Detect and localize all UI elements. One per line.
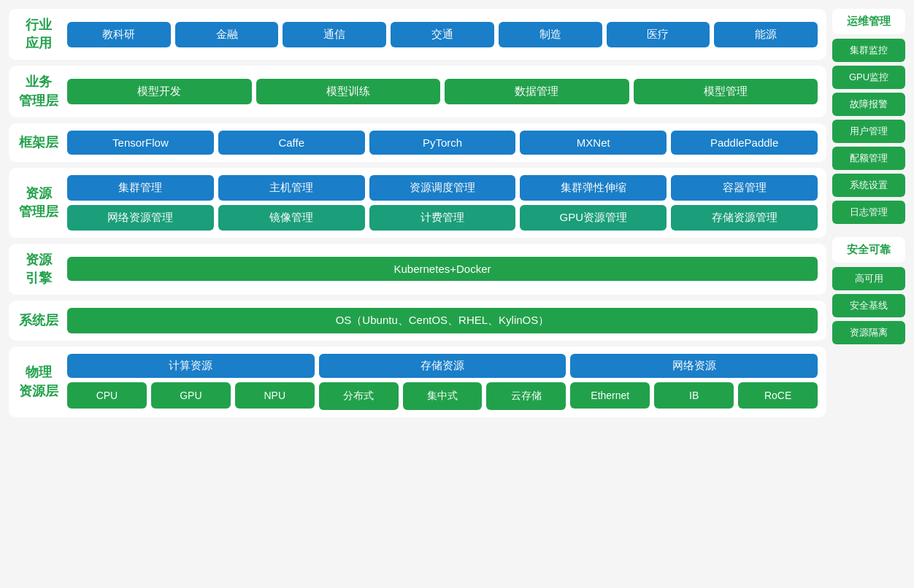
security-items-container: 高可用安全基线资源隔离	[832, 267, 905, 344]
resource-mgmt-row2: 网络资源管理镜像管理计费管理GPU资源管理存储资源管理	[67, 205, 818, 231]
physical-label: 物理 资源层	[18, 354, 60, 410]
industry-chip: 能源	[714, 22, 818, 47]
resource-engine-row: 资源 引擎 Kubernetes+Docker	[9, 244, 826, 295]
ops-title: 运维管理	[832, 9, 905, 34]
ops-items-container: 集群监控GPU监控故障报警用户管理配额管理系统设置日志管理	[832, 39, 905, 224]
resource-mgmt-row1: 集群管理主机管理资源调度管理集群弹性伸缩容器管理	[67, 175, 818, 201]
physical-content: 计算资源 CPUGPUNPU 存储资源 分布式集中式云存储 网络资源 Ether…	[67, 354, 818, 410]
framework-content: TensorFlowCaffePyTorchMXNetPaddlePaddle	[67, 131, 818, 155]
security-item: 资源隔离	[832, 321, 905, 344]
storage-sub-chip: 云存储	[486, 382, 566, 410]
ops-item: 系统设置	[832, 174, 905, 197]
business-chip: 模型开发	[67, 79, 252, 104]
resource-mgmt-chip2: 存储资源管理	[671, 205, 818, 231]
framework-chip: MXNet	[520, 131, 667, 155]
framework-row: 框架层 TensorFlowCaffePyTorchMXNetPaddlePad…	[9, 123, 826, 162]
main-area: 行业 应用 教科研金融通信交通制造医疗能源 业务 管理层 模型开发模型训练数据管…	[9, 9, 826, 417]
framework-chip: PaddlePaddle	[671, 131, 818, 155]
compute-header: 计算资源	[67, 354, 315, 378]
network-header: 网络资源	[570, 354, 818, 378]
framework-chip: TensorFlow	[67, 131, 214, 155]
security-title: 安全可靠	[832, 237, 905, 263]
ops-item: GPU监控	[832, 66, 905, 89]
compute-sub-chip: CPU	[67, 382, 147, 409]
resource-mgmt-content: 集群管理主机管理资源调度管理集群弹性伸缩容器管理 网络资源管理镜像管理计费管理G…	[67, 175, 818, 231]
network-sub-chip: RoCE	[738, 382, 818, 409]
business-chip: 模型管理	[634, 79, 818, 104]
physical-row: 物理 资源层 计算资源 CPUGPUNPU 存储资源 分布式集中式云存储 网络资…	[9, 347, 826, 417]
business-chip: 模型训练	[256, 79, 441, 104]
os-chip: OS（Ubuntu、CentOS、RHEL、KylinOS）	[67, 308, 818, 333]
resource-mgmt-chip2: GPU资源管理	[520, 205, 667, 231]
security-item: 高可用	[832, 267, 905, 290]
resource-mgmt-chip: 主机管理	[218, 175, 365, 201]
business-label: 业务 管理层	[18, 73, 60, 109]
storage-sub-chip: 分布式	[319, 382, 399, 410]
resource-engine-chips: Kubernetes+Docker	[67, 257, 818, 281]
ops-item: 集群监控	[832, 39, 905, 62]
ops-item: 用户管理	[832, 120, 905, 143]
industry-row: 行业 应用 教科研金融通信交通制造医疗能源	[9, 9, 826, 60]
ops-item: 配额管理	[832, 147, 905, 170]
industry-chip: 医疗	[607, 22, 710, 47]
industry-chip: 金融	[175, 22, 279, 47]
right-divider	[832, 228, 905, 233]
security-item: 安全基线	[832, 294, 905, 317]
resource-engine-label: 资源 引擎	[18, 251, 60, 287]
compute-group: 计算资源 CPUGPUNPU	[67, 354, 315, 410]
framework-chip: Caffe	[218, 131, 365, 155]
business-chip: 数据管理	[445, 79, 629, 104]
system-label: 系统层	[18, 308, 60, 333]
resource-mgmt-chip: 容器管理	[671, 175, 818, 201]
system-row: 系统层 OS（Ubuntu、CentOS、RHEL、KylinOS）	[9, 301, 826, 341]
system-content: OS（Ubuntu、CentOS、RHEL、KylinOS）	[67, 308, 818, 333]
compute-sub-row: CPUGPUNPU	[67, 382, 315, 409]
framework-chips: TensorFlowCaffePyTorchMXNetPaddlePaddle	[67, 131, 818, 155]
industry-chip: 交通	[391, 22, 494, 47]
resource-mgmt-chip: 集群管理	[67, 175, 214, 201]
compute-sub-chip: NPU	[235, 382, 315, 409]
resource-mgmt-chip2: 镜像管理	[218, 205, 365, 231]
resource-mgmt-row: 资源 管理层 集群管理主机管理资源调度管理集群弹性伸缩容器管理 网络资源管理镜像…	[9, 168, 826, 238]
business-content: 模型开发模型训练数据管理模型管理	[67, 73, 818, 109]
business-chips: 模型开发模型训练数据管理模型管理	[67, 79, 818, 104]
framework-chip: PyTorch	[369, 131, 516, 155]
resource-engine-content: Kubernetes+Docker	[67, 251, 818, 287]
resource-mgmt-chip: 资源调度管理	[369, 175, 516, 201]
compute-sub-chip: GPU	[151, 382, 231, 409]
industry-content: 教科研金融通信交通制造医疗能源	[67, 16, 818, 53]
storage-header: 存储资源	[319, 354, 567, 378]
network-group: 网络资源 EthernetIBRoCE	[570, 354, 818, 410]
resource-mgmt-chip2: 计费管理	[369, 205, 516, 231]
system-chips: OS（Ubuntu、CentOS、RHEL、KylinOS）	[67, 308, 818, 333]
framework-label: 框架层	[18, 131, 60, 155]
resource-mgmt-chip: 集群弹性伸缩	[520, 175, 667, 201]
storage-sub-chip: 集中式	[403, 382, 483, 410]
industry-label: 行业 应用	[18, 16, 60, 53]
ops-item: 故障报警	[832, 93, 905, 116]
right-panel: 运维管理 集群监控GPU监控故障报警用户管理配额管理系统设置日志管理 安全可靠 …	[832, 9, 905, 417]
resource-mgmt-label: 资源 管理层	[18, 175, 60, 231]
resource-mgmt-chip2: 网络资源管理	[67, 205, 214, 231]
kubernetes-chip: Kubernetes+Docker	[67, 257, 818, 281]
industry-chip: 通信	[283, 22, 386, 47]
business-row: 业务 管理层 模型开发模型训练数据管理模型管理	[9, 66, 826, 117]
ops-item: 日志管理	[832, 201, 905, 224]
storage-group: 存储资源 分布式集中式云存储	[319, 354, 567, 410]
storage-sub-row: 分布式集中式云存储	[319, 382, 567, 410]
main-layout: 行业 应用 教科研金融通信交通制造医疗能源 业务 管理层 模型开发模型训练数据管…	[9, 9, 905, 417]
industry-chip: 制造	[499, 22, 602, 47]
network-sub-row: EthernetIBRoCE	[570, 382, 818, 409]
industry-chips: 教科研金融通信交通制造医疗能源	[67, 22, 818, 47]
network-sub-chip: Ethernet	[570, 382, 650, 409]
industry-chip: 教科研	[67, 22, 171, 47]
network-sub-chip: IB	[654, 382, 734, 409]
